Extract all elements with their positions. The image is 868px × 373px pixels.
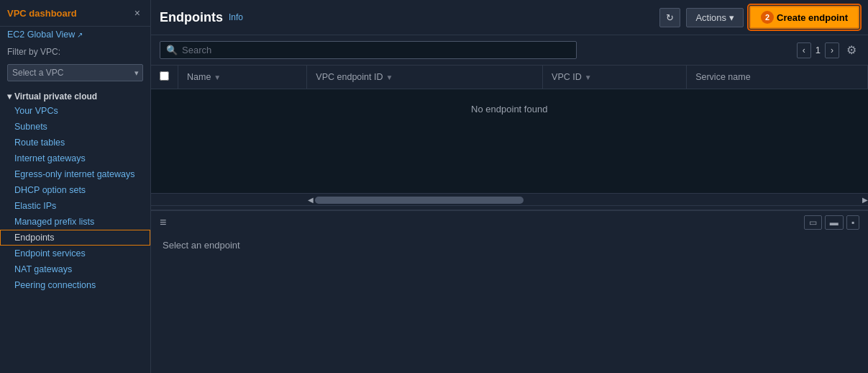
pagination-prev-button[interactable]: ‹: [797, 42, 811, 58]
sidebar-item-your-vpcs[interactable]: Your VPCs: [0, 103, 150, 119]
sidebar-close-button[interactable]: ×: [132, 6, 143, 20]
page-title: Endpoints: [160, 10, 223, 25]
detail-view-btn-3[interactable]: ▪: [846, 215, 859, 230]
search-bar: 🔍 ‹ 1 › ⚙: [151, 35, 868, 66]
col-vpc-id: VPC ID ▼: [543, 66, 687, 89]
vpc-select-wrapper: Select a VPC: [7, 64, 143, 81]
detail-resize-controls: ≡: [160, 216, 166, 229]
detail-view-btn-1[interactable]: ▭: [804, 215, 822, 230]
sidebar-title: VPC dashboard: [7, 8, 77, 19]
create-endpoint-button[interactable]: 2 Create endpoint: [749, 6, 859, 29]
actions-dropdown-icon: ▾: [729, 12, 734, 23]
col-name-sort-icon[interactable]: ▼: [214, 73, 221, 81]
search-input-wrapper: 🔍: [160, 41, 577, 59]
col-vpc-id-label: VPC ID: [552, 72, 582, 82]
no-data-message: No endpoint found: [151, 89, 868, 130]
create-endpoint-label: Create endpoint: [777, 12, 848, 23]
refresh-button[interactable]: ↻: [659, 8, 680, 27]
col-vpc-endpoint-id-sort-icon[interactable]: ▼: [385, 73, 393, 81]
sidebar-item-route-tables[interactable]: Route tables: [0, 135, 150, 150]
toolbar: Endpoints Info ↻ Actions ▾ 2 Create endp…: [151, 0, 868, 35]
horizontal-scrollbar[interactable]: ◀ ▶: [151, 193, 868, 206]
col-checkbox: [151, 66, 178, 89]
sidebar: VPC dashboard × EC2 Global View Filter b…: [0, 0, 151, 373]
virtual-private-cloud-section[interactable]: ▾ Virtual private cloud: [0, 87, 150, 103]
table-container: Name ▼ VPC endpoint ID ▼ VPC ID ▼: [151, 66, 868, 193]
sidebar-item-elastic-ips[interactable]: Elastic IPs: [0, 198, 150, 214]
search-icon: 🔍: [166, 45, 178, 55]
select-all-checkbox[interactable]: [160, 71, 169, 81]
step-badge: 2: [761, 11, 774, 24]
pagination-next-button[interactable]: ›: [825, 42, 839, 58]
sidebar-header: VPC dashboard ×: [0, 0, 150, 27]
col-name-label: Name: [187, 72, 211, 82]
info-link[interactable]: Info: [229, 12, 243, 22]
sidebar-item-internet-gateways[interactable]: Internet gateways: [0, 150, 150, 166]
pagination: ‹ 1 › ⚙: [797, 42, 859, 58]
sidebar-item-dhcp-option-sets[interactable]: DHCP option sets: [0, 182, 150, 198]
detail-view-btn-2[interactable]: ▬: [825, 215, 844, 230]
vpc-select[interactable]: Select a VPC: [7, 64, 143, 81]
section-title-label: Virtual private cloud: [14, 91, 97, 102]
col-vpc-endpoint-id: VPC endpoint ID ▼: [307, 66, 543, 89]
settings-button[interactable]: ⚙: [844, 42, 859, 58]
toolbar-right: ↻ Actions ▾ 2 Create endpoint: [659, 6, 859, 29]
drag-handle-icon: ≡: [160, 216, 166, 229]
sidebar-item-nat-gateways[interactable]: NAT gateways: [0, 261, 150, 277]
scrollbar-thumb[interactable]: [315, 197, 524, 204]
col-service-name: Service name: [687, 66, 868, 89]
detail-panel-view-buttons: ▭ ▬ ▪: [804, 215, 859, 230]
scroll-right-arrow[interactable]: ▶: [862, 196, 868, 204]
sidebar-item-peering-connections[interactable]: Peering connections: [0, 277, 150, 293]
sidebar-item-managed-prefix-lists[interactable]: Managed prefix lists: [0, 214, 150, 230]
actions-label: Actions: [695, 12, 726, 23]
section-chevron: ▾: [7, 91, 12, 102]
sidebar-nav: Your VPCsSubnetsRoute tablesInternet gat…: [0, 103, 150, 293]
detail-panel-body: Select an endpoint: [151, 234, 868, 373]
actions-button[interactable]: Actions ▾: [686, 8, 744, 27]
refresh-icon: ↻: [666, 12, 674, 23]
sidebar-item-subnets[interactable]: Subnets: [0, 119, 150, 135]
col-vpc-endpoint-id-label: VPC endpoint ID: [316, 72, 383, 82]
col-name: Name ▼: [178, 66, 307, 89]
detail-panel-header-bar: ≡ ▭ ▬ ▪: [151, 210, 868, 234]
col-service-name-label: Service name: [695, 72, 750, 82]
no-data-row: No endpoint found: [151, 89, 868, 130]
col-vpc-id-sort-icon[interactable]: ▼: [585, 73, 592, 81]
search-input[interactable]: [182, 45, 570, 55]
main-content: Endpoints Info ↻ Actions ▾ 2 Create endp…: [151, 0, 868, 373]
sidebar-item-endpoints[interactable]: Endpoints: [0, 230, 150, 246]
sidebar-item-endpoint-services[interactable]: Endpoint services: [0, 246, 150, 261]
table-body: No endpoint found: [151, 89, 868, 130]
table-header: Name ▼ VPC endpoint ID ▼ VPC ID ▼: [151, 66, 868, 89]
ec2-global-view-link[interactable]: EC2 Global View: [0, 27, 150, 42]
filter-label: Filter by VPC:: [0, 42, 150, 61]
detail-panel-title: Select an endpoint: [163, 240, 240, 251]
endpoints-table: Name ▼ VPC endpoint ID ▼ VPC ID ▼: [151, 66, 868, 129]
toolbar-left: Endpoints Info: [160, 10, 243, 25]
pagination-current: 1: [816, 45, 821, 55]
scroll-left-arrow[interactable]: ◀: [308, 196, 314, 204]
sidebar-item-egress-only[interactable]: Egress-only internet gateways: [0, 166, 150, 182]
